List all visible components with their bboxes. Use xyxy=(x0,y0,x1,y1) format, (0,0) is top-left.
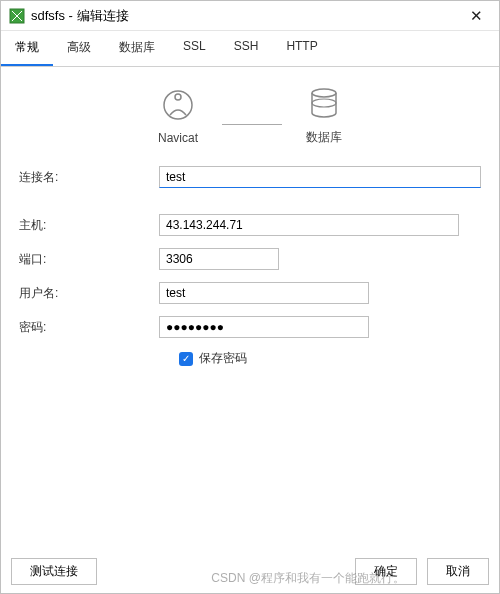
user-input[interactable] xyxy=(159,282,369,304)
database-icon xyxy=(306,85,342,125)
svg-point-2 xyxy=(175,94,181,100)
tab-general[interactable]: 常规 xyxy=(1,31,53,66)
database-label: 数据库 xyxy=(306,129,342,146)
tabs: 常规 高级 数据库 SSL SSH HTTP xyxy=(1,31,499,67)
host-input[interactable] xyxy=(159,214,459,236)
form: 连接名: 主机: 端口: 用户名: 密码: ✓ 保存密码 xyxy=(1,154,499,379)
password-label: 密码: xyxy=(19,319,159,336)
connector-line xyxy=(222,124,282,125)
port-label: 端口: xyxy=(19,251,159,268)
titlebar: sdfsfs - 编辑连接 ✕ xyxy=(1,1,499,31)
tab-advanced[interactable]: 高级 xyxy=(53,31,105,66)
app-icon xyxy=(9,8,25,24)
name-label: 连接名: xyxy=(19,169,159,186)
tab-ssh[interactable]: SSH xyxy=(220,31,273,66)
name-input[interactable] xyxy=(159,166,481,188)
port-input[interactable] xyxy=(159,248,279,270)
user-label: 用户名: xyxy=(19,285,159,302)
close-button[interactable]: ✕ xyxy=(461,7,491,25)
tab-http[interactable]: HTTP xyxy=(272,31,331,66)
save-password-checkbox[interactable]: ✓ xyxy=(179,352,193,366)
cancel-button[interactable]: 取消 xyxy=(427,558,489,585)
svg-point-1 xyxy=(164,91,192,119)
password-input[interactable] xyxy=(159,316,369,338)
connection-diagram: Navicat 数据库 xyxy=(1,67,499,154)
svg-point-3 xyxy=(312,89,336,97)
save-password-label: 保存密码 xyxy=(199,350,247,367)
navicat-label: Navicat xyxy=(158,131,198,145)
tab-database[interactable]: 数据库 xyxy=(105,31,169,66)
test-connection-button[interactable]: 测试连接 xyxy=(11,558,97,585)
host-label: 主机: xyxy=(19,217,159,234)
svg-point-4 xyxy=(312,99,336,107)
navicat-icon xyxy=(160,87,196,127)
ok-button[interactable]: 确定 xyxy=(355,558,417,585)
window-title: sdfsfs - 编辑连接 xyxy=(31,7,461,25)
tab-ssl[interactable]: SSL xyxy=(169,31,220,66)
